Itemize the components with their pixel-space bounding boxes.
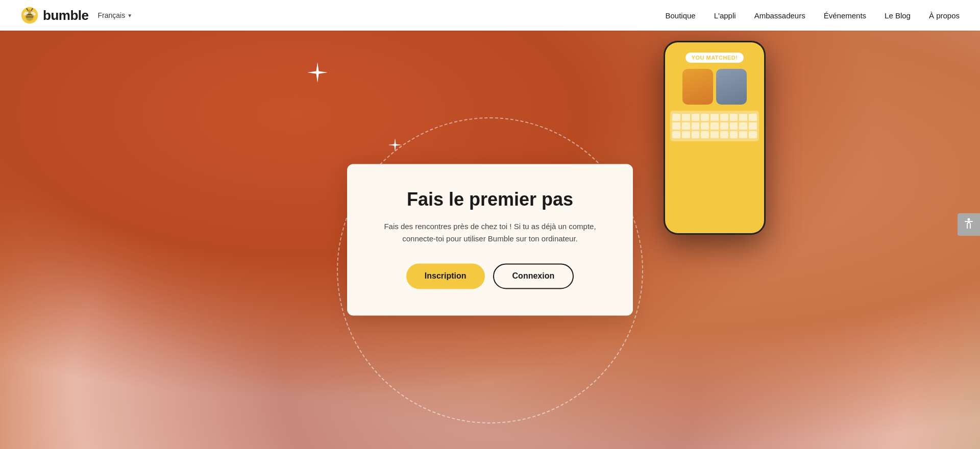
phone-key: [710, 131, 719, 138]
phone-key: [672, 122, 680, 130]
nav-ambassadeurs[interactable]: Ambassadeurs: [754, 11, 805, 20]
accessibility-button[interactable]: [958, 213, 980, 236]
phone-key: [682, 122, 690, 130]
phone-key: [739, 114, 747, 121]
bumble-bee-icon: [20, 6, 39, 24]
cta-title: Fais le premier pas: [378, 188, 602, 210]
connexion-button[interactable]: Connexion: [493, 264, 574, 289]
language-selector[interactable]: Français ▼: [97, 11, 132, 19]
phone-key: [710, 114, 719, 121]
logo-text: bumble: [43, 8, 88, 23]
phone-key: [701, 122, 709, 130]
phone-key: [730, 131, 738, 138]
phone-key: [692, 122, 700, 130]
phone-key: [730, 122, 738, 130]
phone-key: [739, 131, 747, 138]
phone-profile-card-2: [716, 69, 747, 105]
nav-evenements[interactable]: Événements: [824, 11, 866, 20]
navbar: bumble Français ▼ Boutique L'appli Ambas…: [0, 0, 980, 31]
nav-apropos[interactable]: À propos: [929, 11, 960, 20]
phone-profile-card-1: [682, 69, 713, 105]
phone-key: [720, 131, 728, 138]
phone-key: [749, 122, 757, 130]
phone-key: [701, 131, 709, 138]
phone-key: [672, 131, 680, 138]
phone-key: [692, 131, 700, 138]
phone-key: [682, 114, 690, 121]
phone-mockup: YOU MATCHED!: [664, 41, 766, 235]
logo-link[interactable]: bumble: [20, 6, 88, 24]
main-nav: Boutique L'appli Ambassadeurs Événements…: [666, 11, 960, 20]
cta-buttons: Inscription Connexion: [378, 264, 602, 289]
svg-point-11: [968, 218, 970, 221]
svg-rect-4: [26, 16, 33, 18]
hero-section: YOU MATCHED!: [0, 31, 980, 449]
svg-point-10: [32, 8, 33, 10]
nav-lappli[interactable]: L'appli: [714, 11, 736, 20]
phone-screen: YOU MATCHED!: [665, 42, 764, 233]
language-label: Français: [97, 11, 125, 19]
inscription-button[interactable]: Inscription: [406, 264, 485, 289]
cta-subtitle: Fais des rencontres près de chez toi ! S…: [378, 221, 602, 245]
phone-key: [701, 114, 709, 121]
phone-key: [739, 122, 747, 130]
svg-point-9: [26, 8, 28, 10]
phone-key: [672, 114, 680, 121]
nav-boutique[interactable]: Boutique: [666, 11, 696, 20]
phone-key: [730, 114, 738, 121]
phone-profile-cards: [682, 69, 747, 105]
phone-key: [720, 114, 728, 121]
phone-key: [720, 122, 728, 130]
phone-key: [710, 122, 719, 130]
nav-leblog[interactable]: Le Blog: [885, 11, 911, 20]
cta-card: Fais le premier pas Fais des rencontres …: [347, 164, 633, 315]
phone-key: [682, 131, 690, 138]
phone-key: [692, 114, 700, 121]
phone-key: [749, 114, 757, 121]
chevron-down-icon: ▼: [127, 13, 132, 18]
accessibility-icon: [963, 217, 974, 232]
phone-keyboard: [670, 111, 759, 141]
phone-key: [749, 131, 757, 138]
phone-match-badge: YOU MATCHED!: [685, 53, 744, 63]
